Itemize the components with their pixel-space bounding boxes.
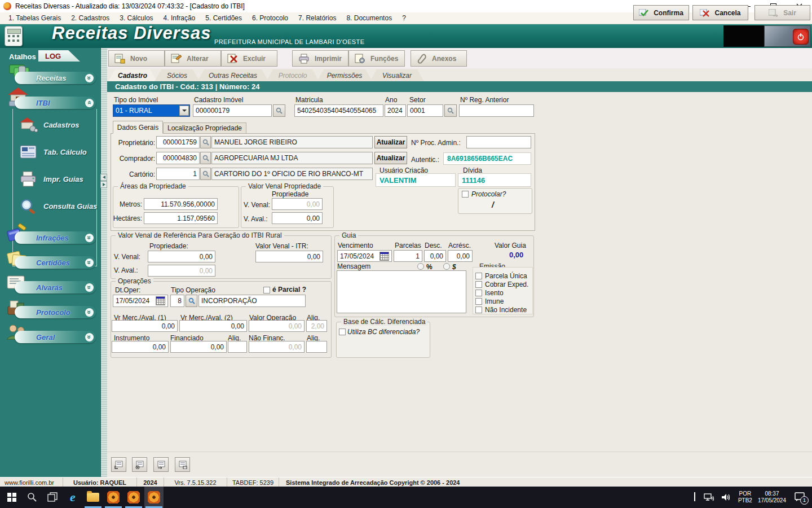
sidebar-item-alvaras[interactable]: Alvarás xyxy=(15,281,96,294)
menu-documentos[interactable]: 8. Documentos xyxy=(341,13,397,23)
aliq1-field[interactable]: 2,00 xyxy=(306,320,327,332)
venal-prop-vaval-field[interactable]: 0,00 xyxy=(272,212,323,224)
menu-infracao[interactable]: 4. Infração xyxy=(158,13,201,23)
nav-prev-button[interactable] xyxy=(132,457,147,472)
menu-tabelas-gerais[interactable]: 1. Tabelas Gerais xyxy=(3,13,66,23)
tab-permissoes[interactable]: Permissões xyxy=(317,69,372,81)
cancela-button[interactable]: Cancela xyxy=(692,5,748,20)
notification-center-button[interactable]: 1 xyxy=(794,492,806,503)
vr1-field[interactable]: 0,00 xyxy=(112,320,178,332)
nav-next-button[interactable] xyxy=(153,457,169,472)
cartorio-code-field[interactable]: 1 xyxy=(156,168,200,180)
menu-help[interactable]: ? xyxy=(397,13,411,23)
dropdown-arrow-icon[interactable] xyxy=(179,106,189,116)
comprador-code-field[interactable]: 000004830 xyxy=(156,152,200,164)
chevron-down-icon[interactable] xyxy=(85,333,94,341)
sidebar-item-geral[interactable]: Geral xyxy=(15,331,96,343)
hectares-field[interactable]: 1.157,09560 xyxy=(144,212,218,224)
app-window-2-button[interactable] xyxy=(124,487,143,508)
mensagem-textarea[interactable] xyxy=(337,270,466,313)
start-button[interactable] xyxy=(2,487,21,508)
dtoper-field[interactable]: 17/05/2024 xyxy=(113,295,168,307)
app-window-3-button[interactable] xyxy=(144,487,164,508)
tab-protocolo[interactable]: Protocolo xyxy=(266,69,319,81)
anexos-button[interactable]: Anexos xyxy=(411,50,467,67)
task-view-button[interactable] xyxy=(43,487,62,508)
menu-protocolo[interactable]: 6. Protocolo xyxy=(247,13,293,23)
sidebar-item-infracoes[interactable]: Infrações xyxy=(15,231,96,244)
nav-first-button[interactable] xyxy=(111,457,126,472)
taskbar-search-button[interactable] xyxy=(23,487,42,508)
splitter-right-arrow[interactable] xyxy=(100,181,107,188)
venal-prop-vvenal-field[interactable]: 0,00 xyxy=(272,198,323,210)
protocolar-checkbox[interactable] xyxy=(462,191,469,198)
sidebar-item-cadastros[interactable]: Cadastros xyxy=(19,115,80,135)
cobrar-exped-checkbox[interactable] xyxy=(475,281,482,288)
internet-explorer-button[interactable]: e xyxy=(63,487,82,508)
chevron-up-icon[interactable] xyxy=(85,99,94,107)
proprietario-search-button[interactable] xyxy=(200,136,211,148)
setor-search-button[interactable] xyxy=(444,104,457,117)
desc-field[interactable]: 0,00 xyxy=(424,250,446,262)
sidebar-log-tab[interactable]: LOG xyxy=(38,50,80,62)
sidebar-splitter[interactable] xyxy=(100,48,107,477)
percent-radio[interactable] xyxy=(417,263,424,270)
tipo-operacao-search-button[interactable] xyxy=(186,295,197,307)
chevron-down-icon[interactable] xyxy=(85,259,94,267)
vop-field[interactable]: 0,00 xyxy=(249,320,304,332)
tab-outras-receitas[interactable]: Outras Receitas xyxy=(197,69,268,81)
financiado-field[interactable]: 0,00 xyxy=(170,341,227,353)
app-window-1-button[interactable] xyxy=(104,487,123,508)
nao-incidente-checkbox[interactable] xyxy=(475,306,482,313)
setor-field[interactable]: 0001 xyxy=(407,104,443,117)
splitter-left-arrow[interactable] xyxy=(100,174,107,181)
tab-cadastro[interactable]: Cadastro xyxy=(108,69,157,81)
comprador-search-button[interactable] xyxy=(200,152,211,164)
sair-button[interactable]: Sair xyxy=(754,5,810,20)
atualizar-comprador-button[interactable]: Atualizar xyxy=(374,152,407,164)
menu-calculos[interactable]: 3. Cálculos xyxy=(114,13,158,23)
proprietario-name-field[interactable]: MANUEL JORGE RIBEIRO xyxy=(211,136,373,148)
tipo-imovel-select[interactable]: 01 - RURAL xyxy=(113,104,190,117)
atualizar-proprietario-button[interactable]: Atualizar xyxy=(374,136,407,148)
subtab-dados-gerais[interactable]: Dados Gerais xyxy=(113,121,163,134)
reg-anterior-field[interactable] xyxy=(459,104,534,117)
speaker-icon[interactable] xyxy=(721,493,731,502)
novo-button[interactable]: Novo xyxy=(108,50,165,67)
cadastro-imovel-search-button[interactable] xyxy=(273,104,285,117)
cadastro-imovel-field[interactable]: 000000179 xyxy=(193,104,272,117)
excluir-button[interactable]: Excluir xyxy=(221,50,277,67)
instrumento-field[interactable]: 0,00 xyxy=(112,341,169,353)
vr2-field[interactable]: 0,00 xyxy=(179,320,247,332)
proprietario-code-field[interactable]: 000001759 xyxy=(156,136,200,148)
imprimir-button[interactable]: Imprimir xyxy=(292,50,348,67)
cartorio-search-button[interactable] xyxy=(200,168,211,180)
aliq3-field[interactable] xyxy=(306,341,327,353)
tipo-operacao-code-field[interactable]: 8 xyxy=(170,295,184,307)
referencia-itr-field[interactable]: 0,00 xyxy=(255,251,323,262)
parcial-checkbox[interactable] xyxy=(263,287,270,294)
metros-field[interactable]: 11.570.956,00000 xyxy=(144,198,218,210)
sidebar-item-consulta-guias[interactable]: Consulta Guias xyxy=(19,196,97,216)
cartorio-name-field[interactable]: CARTORIO DO 1º OFICIO DE RIO BRANCO-MT xyxy=(211,168,373,180)
network-icon[interactable] xyxy=(703,493,714,502)
imune-checkbox[interactable] xyxy=(475,298,482,305)
tray-language[interactable]: PORPTB2 xyxy=(738,491,752,504)
currency-radio[interactable] xyxy=(443,263,450,270)
file-explorer-button[interactable] xyxy=(83,487,103,508)
ano-field[interactable]: 2024 xyxy=(385,104,406,117)
parcela-unica-checkbox[interactable] xyxy=(475,273,482,279)
chevron-down-icon[interactable] xyxy=(85,234,94,242)
proc-admin-field[interactable] xyxy=(466,136,531,148)
funcoes-button[interactable]: Funções xyxy=(348,50,405,67)
nav-last-button[interactable] xyxy=(175,457,190,472)
parcelas-field[interactable]: 1 xyxy=(394,250,422,262)
chevron-down-icon[interactable] xyxy=(85,74,94,82)
referencia-vaval-field[interactable]: 0,00 xyxy=(148,265,215,277)
tray-expand-button[interactable] xyxy=(694,493,695,501)
sidebar-item-receitas[interactable]: Receitas xyxy=(15,72,96,84)
aliq2-field[interactable] xyxy=(228,341,247,353)
comprador-name-field[interactable]: AGROPECUARIA MJ LTDA xyxy=(211,152,373,164)
subtab-localizacao[interactable]: Localização Propriedade xyxy=(163,122,246,134)
isento-checkbox[interactable] xyxy=(475,290,482,296)
